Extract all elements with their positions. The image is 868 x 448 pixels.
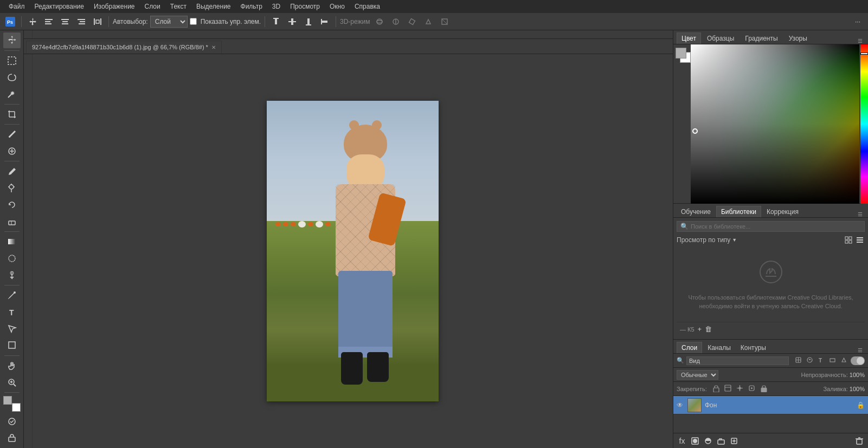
color-panel-menu[interactable]: ☰: [858, 38, 865, 44]
tool-brush[interactable]: [3, 164, 21, 179]
tool-align-right[interactable]: [74, 15, 88, 29]
opacity-value[interactable]: 100%: [850, 372, 865, 378]
tool-distribute[interactable]: [91, 15, 105, 29]
menu-edit[interactable]: Редактирование: [30, 2, 88, 11]
tool-pen[interactable]: [3, 288, 21, 303]
tool-text[interactable]: T: [3, 304, 21, 320]
color-cursor[interactable]: [692, 128, 698, 134]
layers-filter-toggle[interactable]: [851, 356, 865, 365]
tool-dodge[interactable]: [3, 267, 21, 283]
hue-slider[interactable]: [860, 44, 868, 204]
filter-text-layer[interactable]: T: [816, 356, 826, 366]
blend-mode-select[interactable]: Обычные: [677, 370, 718, 380]
filter-smart[interactable]: [839, 356, 848, 366]
tool-hand[interactable]: [3, 358, 21, 374]
tab-gradients[interactable]: Градиенты: [740, 33, 782, 44]
lock-position-button[interactable]: [735, 384, 745, 394]
fg-bg-swatches[interactable]: [676, 48, 692, 64]
layers-search-input[interactable]: [686, 356, 789, 365]
spectrum-gradient[interactable]: [691, 44, 859, 204]
tool-eyedropper[interactable]: [3, 127, 21, 142]
libraries-panel-menu[interactable]: ☰: [858, 211, 865, 217]
menu-filter[interactable]: Фильтр: [236, 2, 267, 11]
menu-select[interactable]: Выделение: [192, 2, 235, 11]
tool-zoom[interactable]: [3, 374, 21, 390]
background-color[interactable]: [12, 403, 21, 412]
layer-name[interactable]: Фон: [705, 401, 853, 409]
3d-tool-2[interactable]: [389, 15, 403, 29]
tool-select-rect[interactable]: [3, 53, 21, 69]
tool-align-center[interactable]: [58, 15, 72, 29]
hue-indicator[interactable]: [860, 53, 868, 55]
tool-eraser[interactable]: [3, 213, 21, 229]
tab-close-button[interactable]: ✕: [211, 44, 216, 50]
3d-tool-3[interactable]: [405, 15, 419, 29]
layer-mask-button[interactable]: [690, 436, 700, 446]
filter-shape[interactable]: [827, 356, 837, 366]
3d-tool-5[interactable]: [438, 15, 452, 29]
tab-channels[interactable]: Каналы: [703, 342, 735, 353]
tool-extra-2[interactable]: [3, 430, 21, 446]
align-vertical-top[interactable]: [269, 15, 283, 29]
layer-new-button[interactable]: [729, 436, 740, 446]
autoselect-dropdown[interactable]: Слой Группа: [150, 16, 188, 28]
tab-swatches[interactable]: Образцы: [702, 33, 739, 44]
align-horizontal[interactable]: [318, 15, 332, 29]
foreground-color[interactable]: [3, 396, 12, 405]
view-by-type[interactable]: Просмотр по типу ▼: [677, 236, 737, 244]
tab-paths[interactable]: Контуры: [736, 342, 770, 353]
foreground-color-swatch[interactable]: [676, 48, 686, 59]
tool-lasso[interactable]: [3, 69, 21, 85]
list-view-button[interactable]: [855, 235, 865, 245]
layer-visibility-icon[interactable]: 👁: [677, 401, 684, 409]
layer-delete-button[interactable]: [854, 436, 865, 446]
fill-value[interactable]: 100%: [850, 386, 865, 392]
layers-list[interactable]: 👁 Фон 🔒: [673, 396, 868, 433]
tab-learning[interactable]: Обучение: [677, 206, 715, 217]
tool-blur[interactable]: [3, 251, 21, 267]
color-spectrum[interactable]: [691, 44, 868, 204]
tab-color[interactable]: Цвет: [677, 33, 701, 44]
menu-layers[interactable]: Слои: [140, 2, 165, 11]
tool-align-left[interactable]: [42, 15, 56, 29]
ps-home-button[interactable]: Ps: [3, 15, 17, 29]
layers-panel-menu[interactable]: ☰: [858, 347, 865, 353]
menu-text[interactable]: Текст: [166, 2, 191, 11]
tool-crop[interactable]: [3, 107, 21, 122]
tool-magic-wand[interactable]: [3, 86, 21, 102]
menu-3d[interactable]: 3D: [268, 2, 285, 11]
menu-view[interactable]: Просмотр: [286, 2, 324, 11]
layer-group-button[interactable]: [716, 436, 726, 446]
grid-view-button[interactable]: [844, 235, 853, 245]
lock-all-button[interactable]: [759, 384, 769, 394]
show-controls-checkbox[interactable]: [190, 18, 197, 25]
library-add-button[interactable]: +: [698, 325, 702, 333]
align-vertical-center[interactable]: [285, 15, 299, 29]
document-tab[interactable]: 9274e4df2cfb7d9a1f48871b30c1b6d8 (1).jpg…: [26, 41, 222, 54]
align-vertical-bottom[interactable]: [301, 15, 316, 29]
layer-fx-button[interactable]: fx: [677, 436, 687, 446]
tool-healing[interactable]: [3, 144, 21, 159]
tool-clone[interactable]: [3, 180, 21, 196]
layer-row[interactable]: 👁 Фон 🔒: [673, 396, 868, 414]
tool-history-brush[interactable]: [3, 197, 21, 213]
canvas-viewport[interactable]: [24, 54, 673, 448]
layer-adjustment-button[interactable]: [703, 436, 713, 446]
lock-image-button[interactable]: [723, 384, 733, 394]
tab-patterns[interactable]: Узоры: [784, 33, 812, 44]
menu-help[interactable]: Справка: [350, 2, 384, 11]
fg-bg-colors[interactable]: [3, 396, 21, 412]
more-options[interactable]: ···: [851, 15, 865, 29]
tool-extra-1[interactable]: [3, 414, 21, 430]
library-search-input[interactable]: [691, 223, 861, 230]
menu-image[interactable]: Изображение: [89, 2, 139, 11]
filter-pixel[interactable]: [793, 356, 803, 366]
menu-file[interactable]: Файл: [4, 2, 29, 11]
filter-adjust[interactable]: [805, 356, 814, 366]
tool-move[interactable]: [3, 33, 21, 48]
tool-shape[interactable]: [3, 337, 21, 353]
menu-window[interactable]: Окно: [325, 2, 349, 11]
lock-transparent-button[interactable]: [711, 384, 721, 394]
tab-layers[interactable]: Слои: [677, 342, 702, 353]
tab-adjustments[interactable]: Коррекция: [762, 206, 803, 217]
